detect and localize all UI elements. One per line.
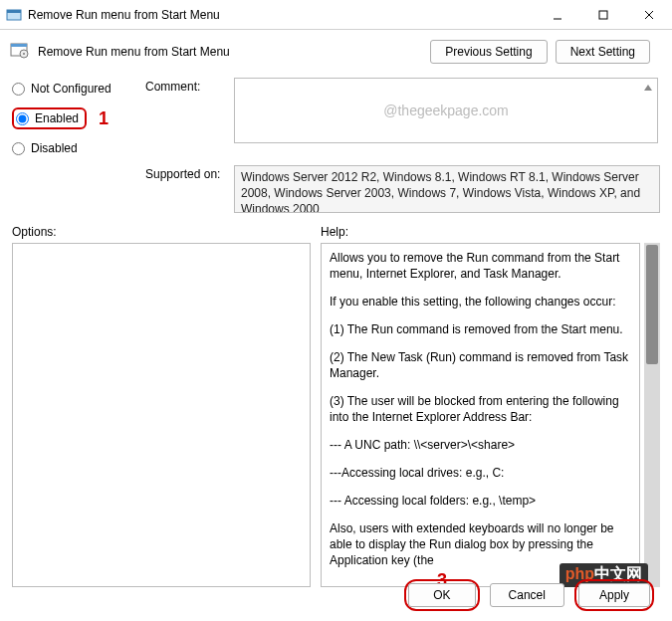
help-text: (2) The New Task (Run) command is remove… — [330, 349, 631, 381]
help-text: Also, users with extended keyboards will… — [330, 520, 631, 568]
scrollbar-thumb[interactable] — [646, 245, 658, 364]
previous-setting-button[interactable]: Previous Setting — [430, 40, 547, 64]
svg-rect-3 — [599, 11, 607, 19]
watermark-text: @thegeekpage.com — [383, 103, 509, 118]
radio-disabled[interactable]: Disabled — [12, 141, 141, 155]
help-label: Help: — [321, 225, 660, 239]
annotation-1: 1 — [99, 108, 109, 129]
scroll-up-icon — [641, 81, 655, 95]
radio-enabled[interactable]: Enabled — [12, 107, 87, 129]
supported-label: Supported on: — [145, 165, 230, 213]
svg-point-9 — [23, 53, 25, 55]
next-setting-button[interactable]: Next Setting — [556, 40, 650, 64]
help-pane: Allows you to remove the Run command fro… — [321, 243, 640, 587]
supported-on-text: Windows Server 2012 R2, Windows 8.1, Win… — [241, 170, 640, 213]
help-text: If you enable this setting, the followin… — [330, 294, 631, 310]
ok-button[interactable]: OK — [408, 583, 475, 607]
app-icon — [6, 7, 22, 23]
radio-not-configured[interactable]: Not Configured — [12, 82, 141, 96]
help-text: Allows you to remove the Run command fro… — [330, 250, 631, 282]
dialog-footer: OK Cancel Apply — [404, 579, 654, 611]
comment-label: Comment: — [145, 78, 230, 155]
titlebar: Remove Run menu from Start Menu — [0, 0, 672, 30]
policy-icon — [10, 43, 32, 61]
supported-on-box: Windows Server 2012 R2, Windows 8.1, Win… — [234, 165, 660, 213]
radio-label: Not Configured — [31, 82, 112, 96]
radio-label: Enabled — [35, 111, 79, 125]
svg-marker-10 — [644, 85, 652, 91]
window-title: Remove Run menu from Start Menu — [28, 8, 535, 22]
help-text: (1) The Run command is removed from the … — [330, 321, 631, 337]
radio-label: Disabled — [31, 141, 78, 155]
help-text: (3) The user will be blocked from enteri… — [330, 393, 631, 425]
policy-title: Remove Run menu from Start Menu — [38, 45, 430, 59]
apply-button[interactable]: Apply — [578, 583, 650, 607]
close-button[interactable] — [626, 0, 672, 30]
help-scrollbar[interactable] — [644, 243, 660, 587]
cancel-button[interactable]: Cancel — [490, 583, 564, 607]
help-text: --- A UNC path: \\<server>\<share> — [330, 437, 631, 453]
comment-textarea[interactable]: @thegeekpage.com — [234, 78, 658, 143]
state-radio-group: Not Configured Enabled 1 Disabled — [12, 78, 141, 155]
help-text: --- Accessing local folders: e.g., \temp… — [330, 493, 631, 509]
options-pane — [12, 243, 311, 587]
header-row: Remove Run menu from Start Menu Previous… — [0, 30, 672, 70]
options-label: Options: — [12, 225, 321, 239]
svg-rect-1 — [7, 10, 21, 13]
minimize-button[interactable] — [535, 0, 580, 30]
help-text: ---Accessing local drives: e.g., C: — [330, 465, 631, 481]
maximize-button[interactable] — [580, 0, 626, 30]
svg-rect-7 — [11, 44, 27, 47]
